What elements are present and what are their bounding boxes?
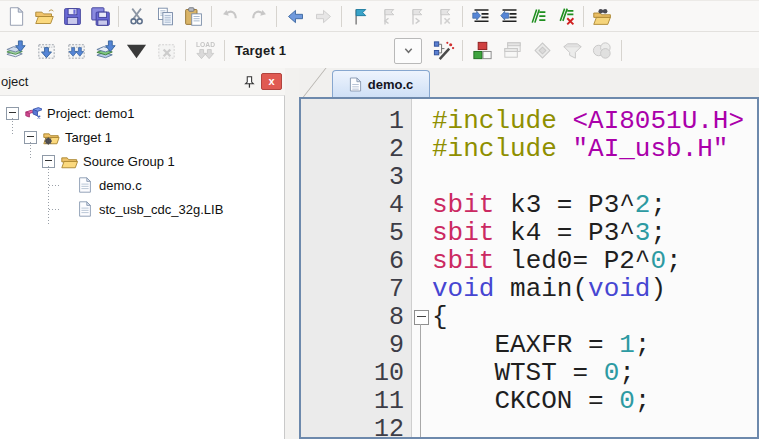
code-token: led0= P2^	[494, 246, 650, 276]
open-file-button[interactable]	[31, 3, 58, 29]
diamond-button-2[interactable]	[558, 36, 587, 65]
new-file-button[interactable]	[3, 3, 30, 29]
next-bookmark-button[interactable]	[403, 3, 430, 29]
code-line: 10 WTST = 0;	[301, 359, 757, 387]
tree-guide-line	[12, 118, 13, 136]
tree-item-file[interactable]: stc_usb_cdc_32g.LIB	[0, 197, 223, 221]
code-token: "AI_usb.H"	[572, 134, 728, 164]
code-token: 0	[619, 386, 635, 416]
code-token: <AI8051U.H>	[572, 106, 744, 136]
cut-button[interactable]	[124, 3, 151, 29]
line-number: 8	[301, 304, 411, 332]
file-icon	[76, 200, 94, 218]
toolbar-separator	[462, 6, 463, 27]
paste-button[interactable]	[180, 3, 207, 29]
diamond-icon	[531, 39, 554, 62]
code-line: 7void main(void)	[301, 275, 757, 303]
outdent-icon	[499, 6, 520, 27]
line-number: 4	[301, 192, 411, 220]
diamond-button-3[interactable]	[588, 36, 617, 65]
scissors-icon	[127, 6, 148, 27]
toolbar-separator	[583, 6, 584, 27]
close-icon: x	[268, 74, 274, 89]
code-editor[interactable]: 1#include <AI8051U.H>2#include "AI_usb.H…	[299, 97, 759, 439]
code-token: 2	[635, 190, 651, 220]
tree-item-target[interactable]: Target 1	[0, 125, 112, 149]
toggle-bookmark-button[interactable]	[347, 3, 374, 29]
indent-button[interactable]	[468, 3, 495, 29]
uncomment-button[interactable]	[552, 3, 579, 29]
rebuild-button[interactable]	[62, 36, 91, 65]
options-for-target-button[interactable]	[429, 36, 458, 65]
paste-icon	[183, 6, 204, 27]
target-select[interactable]: Target 1	[235, 38, 422, 64]
line-number: 10	[301, 360, 411, 388]
tree-item-source-group[interactable]: Source Group 1	[0, 149, 175, 173]
diamond-button-1[interactable]	[528, 36, 557, 65]
uncomment-icon	[555, 6, 576, 27]
save-all-button[interactable]	[87, 3, 114, 29]
target-select-arrow[interactable]	[394, 38, 422, 64]
editor-window: demo.c 1#include <AI8051U.H>2#include "A…	[299, 68, 759, 439]
workspace: oject x Project: demo1Target 1Source Gro…	[0, 68, 759, 439]
navigate-forward-button[interactable]	[310, 3, 337, 29]
toolbar-separator	[462, 40, 463, 61]
toolbar-separator	[341, 6, 342, 27]
save-icon	[62, 6, 83, 27]
flag-next-icon	[406, 6, 427, 27]
find-in-files-button[interactable]	[589, 3, 616, 29]
comment-button[interactable]	[524, 3, 551, 29]
line-number: 2	[301, 136, 411, 164]
project-panel: oject x Project: demo1Target 1Source Gro…	[0, 68, 285, 439]
outdent-button[interactable]	[496, 3, 523, 29]
batch-build-dropdown[interactable]	[122, 36, 151, 65]
save-button[interactable]	[59, 3, 86, 29]
pin-panel-button[interactable]	[239, 72, 259, 92]
project-panel-title: oject	[1, 74, 28, 89]
stop-build-button[interactable]	[152, 36, 181, 65]
windows-button[interactable]	[498, 36, 527, 65]
copy-button[interactable]	[152, 3, 179, 29]
code-token: 3	[635, 218, 651, 248]
batch-build-button[interactable]	[92, 36, 121, 65]
build-icon	[35, 39, 58, 62]
stop-build-icon	[155, 39, 178, 62]
tree-item-project[interactable]: Project: demo1	[0, 101, 134, 125]
tab-strip-slant	[299, 68, 330, 97]
close-panel-button[interactable]: x	[261, 73, 282, 90]
load-flash-button[interactable]: LOAD	[191, 36, 220, 65]
line-number: 3	[301, 164, 411, 192]
undo-button[interactable]	[217, 3, 244, 29]
project-tree: Project: demo1Target 1Source Group 1demo…	[0, 95, 285, 439]
code-line: 5sbit k4 = P3^3;	[301, 219, 757, 247]
arrow-right-icon	[313, 6, 334, 27]
code-token: ;	[635, 330, 651, 360]
tree-guide-line	[49, 209, 59, 210]
line-number: 5	[301, 220, 411, 248]
navigate-back-button[interactable]	[282, 3, 309, 29]
tab-demo-c[interactable]: demo.c	[332, 70, 430, 97]
code-token: 0	[604, 358, 620, 388]
cascade-windows-icon	[501, 39, 524, 62]
batch-build-icon	[95, 39, 118, 62]
redo-icon	[248, 6, 269, 27]
clear-bookmarks-button[interactable]	[431, 3, 458, 29]
redo-button[interactable]	[245, 3, 272, 29]
comment-icon	[527, 6, 548, 27]
panel-splitter[interactable]	[285, 68, 299, 439]
code-token: sbit	[432, 246, 494, 276]
code-token: {	[432, 302, 448, 332]
mesh-diamond-icon	[591, 39, 614, 62]
tab-label: demo.c	[368, 77, 414, 92]
svg-text:LOAD: LOAD	[196, 41, 215, 48]
prev-bookmark-button[interactable]	[375, 3, 402, 29]
code-token: ;	[650, 190, 666, 220]
tree-item-label: Target 1	[65, 130, 112, 145]
project-panel-header: oject x	[0, 68, 285, 96]
load-icon: LOAD	[194, 39, 217, 62]
manage-items-button[interactable]	[468, 36, 497, 65]
translate-file-button[interactable]	[2, 36, 31, 65]
build-button[interactable]	[32, 36, 61, 65]
fold-collapse-button[interactable]	[414, 310, 429, 325]
tree-item-file[interactable]: demo.c	[0, 173, 142, 197]
